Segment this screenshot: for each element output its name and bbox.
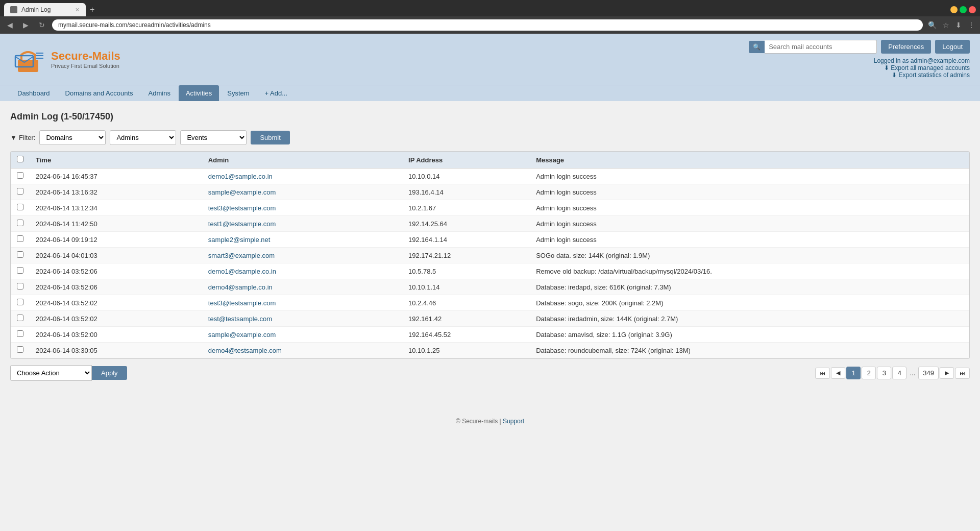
row-time: 2024-06-14 03:52:00 — [30, 327, 202, 343]
nav-dashboard[interactable]: Dashboard — [10, 85, 57, 101]
row-admin: sample2@simple.net — [202, 232, 402, 248]
table-body: 2024-06-14 16:45:37 demo1@sample.co.in 1… — [11, 168, 969, 358]
pagination: ⏮ ◀ 1 2 3 4 ... 349 ▶ ⏭ — [815, 367, 970, 379]
table-row: 2024-06-14 11:42:50 test1@testsample.com… — [11, 216, 969, 232]
bookmark-icon[interactable]: ☆ — [942, 20, 950, 30]
preferences-button[interactable]: Preferences — [881, 40, 931, 54]
page-btn-4[interactable]: 4 — [892, 367, 906, 379]
forward-button[interactable]: ▶ — [20, 20, 32, 30]
row-ip: 10.10.0.14 — [402, 168, 530, 184]
filter-bar: ▼ Filter: Domains Admins Events Submit — [10, 130, 970, 145]
maximize-button[interactable]: □ — [960, 6, 967, 13]
row-ip: 192.174.21.12 — [402, 248, 530, 263]
menu-icon[interactable]: ⋮ — [967, 20, 976, 30]
close-button[interactable]: ✕ — [969, 6, 976, 13]
header-message: Message — [530, 152, 969, 168]
row-checkbox[interactable] — [17, 220, 23, 226]
tab-close-btn[interactable]: ✕ — [75, 7, 80, 13]
table-header-row: Time Admin IP Address Message — [11, 152, 969, 168]
row-time: 2024-06-14 13:12:34 — [30, 200, 202, 216]
admin-link[interactable]: sample@example.com — [208, 331, 276, 339]
nav-admins[interactable]: Admins — [141, 85, 178, 101]
active-tab[interactable]: Admin Log ✕ — [4, 3, 86, 16]
next-page-button[interactable]: ▶ — [940, 367, 954, 379]
row-checkbox-cell — [11, 184, 30, 200]
new-tab-button[interactable]: + — [86, 3, 99, 16]
nav-add[interactable]: + Add... — [258, 85, 295, 101]
page-btn-last[interactable]: 349 — [918, 367, 939, 379]
row-admin: test3@testsample.com — [202, 295, 402, 311]
zoom-icon[interactable]: 🔍 — [927, 20, 938, 30]
prev-page-button[interactable]: ◀ — [831, 367, 845, 379]
header-admin: Admin — [202, 152, 402, 168]
nav-domains-accounts[interactable]: Domains and Accounts — [58, 85, 140, 101]
admin-link[interactable]: test3@testsample.com — [208, 299, 276, 307]
admin-link[interactable]: smart3@example.com — [208, 252, 275, 259]
page-btn-1[interactable]: 1 — [846, 367, 861, 379]
domains-filter[interactable]: Domains — [39, 130, 106, 145]
choose-action-select[interactable]: Choose Action — [10, 365, 92, 381]
admin-link[interactable]: demo4@sample.co.in — [208, 283, 273, 291]
logo-text-area: Secure-Mails Privacy First Email Solutio… — [51, 50, 120, 69]
support-link[interactable]: Support — [503, 418, 524, 425]
last-page-button[interactable]: ⏭ — [955, 368, 970, 379]
row-ip: 192.161.42 — [402, 311, 530, 327]
row-admin: smart3@example.com — [202, 248, 402, 263]
row-message: Admin login success — [530, 232, 969, 248]
row-checkbox[interactable] — [17, 315, 23, 321]
row-time: 2024-06-14 16:45:37 — [30, 168, 202, 184]
row-ip: 10.10.1.25 — [402, 343, 530, 358]
back-button[interactable]: ◀ — [4, 20, 16, 30]
row-ip: 10.10.1.14 — [402, 279, 530, 295]
row-checkbox[interactable] — [17, 204, 23, 210]
export-accounts-link[interactable]: ⬇ Export all managed accounts — [749, 64, 970, 71]
events-filter[interactable]: Events — [180, 130, 247, 145]
page-btn-3[interactable]: 3 — [877, 367, 891, 379]
row-checkbox[interactable] — [17, 188, 23, 195]
page-footer: © Secure-mails | Support — [0, 407, 980, 435]
admin-link[interactable]: sample2@simple.net — [208, 236, 271, 244]
nav-system[interactable]: System — [220, 85, 256, 101]
row-checkbox[interactable] — [17, 267, 23, 274]
row-checkbox[interactable] — [17, 235, 23, 242]
apply-button[interactable]: Apply — [92, 366, 127, 380]
nav-activities[interactable]: Activities — [179, 85, 219, 101]
submit-button[interactable]: Submit — [251, 131, 289, 144]
row-admin: demo1@dsample.co.in — [202, 263, 402, 279]
download-icon[interactable]: ⬇ — [954, 20, 963, 30]
row-checkbox-cell — [11, 248, 30, 263]
logo-tagline: Privacy First Email Solution — [51, 63, 120, 69]
row-message: Remove old backup: /data/virtual/backup/… — [530, 263, 969, 279]
page-btn-2[interactable]: 2 — [862, 367, 876, 379]
minimize-button[interactable]: − — [950, 6, 958, 13]
row-checkbox[interactable] — [17, 251, 23, 258]
log-table-container: Time Admin IP Address Message 2024-06-14… — [10, 151, 970, 359]
logout-button[interactable]: Logout — [935, 40, 970, 54]
admin-link[interactable]: sample@example.com — [208, 188, 276, 196]
refresh-button[interactable]: ↻ — [36, 20, 48, 30]
admin-link[interactable]: demo1@dsample.co.in — [208, 268, 276, 275]
row-admin: demo4@testsample.com — [202, 343, 402, 358]
select-all-checkbox[interactable] — [17, 156, 23, 162]
page-title: Admin Log (1-50/17450) — [10, 111, 970, 122]
row-checkbox[interactable] — [17, 346, 23, 353]
admin-link[interactable]: demo1@sample.co.in — [208, 173, 273, 180]
admin-link[interactable]: test1@testsample.com — [208, 220, 276, 228]
row-checkbox[interactable] — [17, 283, 23, 289]
filter-label: ▼ Filter: — [10, 134, 35, 141]
row-checkbox-cell — [11, 232, 30, 248]
address-bar[interactable] — [52, 19, 923, 31]
table-row: 2024-06-14 16:45:37 demo1@sample.co.in 1… — [11, 168, 969, 184]
admin-link[interactable]: test3@testsample.com — [208, 204, 276, 212]
admins-filter[interactable]: Admins — [110, 130, 176, 145]
row-checkbox[interactable] — [17, 299, 23, 305]
admin-link[interactable]: demo4@testsample.com — [208, 347, 282, 354]
admin-link[interactable]: test@testsample.com — [208, 315, 272, 323]
row-checkbox[interactable] — [17, 172, 23, 179]
row-checkbox[interactable] — [17, 330, 23, 337]
search-input[interactable] — [765, 40, 877, 54]
export-stats-link[interactable]: ⬇ Export statistics of admins — [749, 71, 970, 79]
row-checkbox-cell — [11, 263, 30, 279]
first-page-button[interactable]: ⏮ — [815, 368, 830, 379]
search-group: 🔍 — [749, 40, 877, 54]
